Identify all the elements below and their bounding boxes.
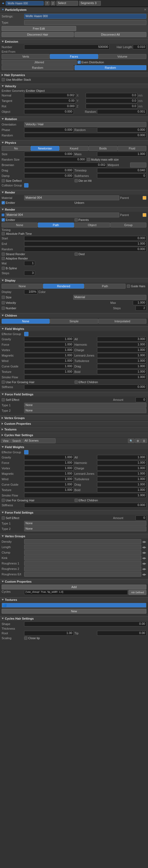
newtonian-tab[interactable]: Newtonian bbox=[31, 146, 59, 151]
display-header[interactable]: Display bbox=[0, 278, 148, 283]
self-effect2-check[interactable] bbox=[2, 516, 5, 520]
rotation-header[interactable]: Rotation bbox=[0, 117, 148, 121]
btn-2[interactable]: 2 bbox=[51, 1, 56, 5]
brownian-field[interactable]: 0.002 bbox=[24, 162, 107, 167]
steps-disp-field[interactable]: 2 bbox=[136, 306, 146, 311]
drag-fw-field[interactable]: 1.000 bbox=[97, 364, 147, 369]
new-texture-btn[interactable]: New bbox=[2, 609, 146, 614]
drag2-field[interactable]: 1.000 bbox=[97, 482, 147, 487]
render2-header[interactable]: Render bbox=[0, 207, 148, 212]
force-fw-field[interactable]: 1.000 bbox=[24, 342, 74, 347]
force2-field[interactable]: 1.000 bbox=[24, 460, 74, 465]
tb-btn3[interactable]: ☰ bbox=[141, 439, 147, 443]
wind-fw-field[interactable]: 1.000 bbox=[24, 359, 74, 363]
size-field[interactable]: 0.000 bbox=[24, 152, 74, 157]
strand-check[interactable] bbox=[2, 252, 5, 256]
stiffness2-field[interactable]: 0.000 bbox=[24, 503, 146, 508]
lennard2-field[interactable]: 1.000 bbox=[97, 471, 147, 476]
material-r-select[interactable]: Material 004 bbox=[24, 195, 119, 200]
abs-path-check[interactable] bbox=[2, 232, 5, 235]
effect-children2-check[interactable] bbox=[75, 499, 78, 502]
number-disp-check[interactable] bbox=[2, 307, 5, 310]
emitter-r2-check[interactable]: ✓ bbox=[2, 218, 5, 221]
all2-field[interactable]: 1.000 bbox=[97, 455, 147, 460]
lennard-fw-field[interactable]: 1.000 bbox=[97, 353, 147, 358]
charge2-field[interactable]: 1.000 bbox=[97, 466, 147, 471]
curve-guide-fw-field[interactable]: 1.000 bbox=[24, 364, 74, 369]
cycles2-header[interactable]: Cycles Hair Settings bbox=[0, 616, 148, 621]
type-select[interactable] bbox=[24, 20, 146, 25]
number-field[interactable]: 500000 bbox=[24, 44, 110, 50]
search-btn[interactable]: Search bbox=[11, 439, 23, 443]
even-dist-check[interactable]: ✓ bbox=[77, 61, 81, 64]
emission-header[interactable]: Emission bbox=[0, 39, 148, 44]
hair-length-field[interactable]: 0.010 bbox=[133, 44, 146, 50]
vg2-header[interactable]: Vertex Groups bbox=[0, 534, 148, 538]
mat-r2-select[interactable]: Material 004 bbox=[5, 213, 119, 217]
use-growing2-check[interactable] bbox=[2, 499, 5, 502]
use-growing-check[interactable] bbox=[2, 380, 5, 384]
shape-field[interactable]: 0.00 bbox=[24, 621, 146, 626]
cycles-header[interactable]: Cycles Hair Settings bbox=[0, 433, 148, 437]
size-deflect-check[interactable] bbox=[2, 179, 5, 182]
self-effect-check[interactable] bbox=[2, 398, 5, 401]
die-hit-check[interactable] bbox=[75, 179, 78, 182]
all-scenes-select[interactable]: All Scenes bbox=[23, 438, 56, 443]
rand-phase-field[interactable]: 0.000 bbox=[97, 127, 147, 132]
no-tab[interactable]: No bbox=[2, 146, 30, 151]
ff-header[interactable]: Force Field Settings bbox=[0, 392, 148, 397]
root-field[interactable]: 1.00 bbox=[24, 631, 74, 636]
path-r2-tab[interactable]: Path bbox=[38, 223, 74, 227]
tex-header[interactable]: Textures bbox=[0, 427, 148, 432]
color-select[interactable]: Material bbox=[73, 295, 147, 300]
hair-dynamics-header[interactable]: Hair Dynamics bbox=[0, 72, 148, 77]
free-edit-btn[interactable]: Free Edit bbox=[2, 26, 76, 31]
jittered-tab[interactable]: Jittered bbox=[2, 60, 77, 65]
effector-group-check[interactable] bbox=[24, 332, 29, 336]
vortex-fw-field[interactable]: 1.000 bbox=[24, 348, 74, 352]
amount2-field[interactable]: 0 bbox=[136, 516, 146, 520]
none-r2-tab[interactable]: None bbox=[2, 223, 38, 227]
volume-tab[interactable]: Volume bbox=[99, 54, 146, 59]
cp2-header[interactable]: Custom Properties bbox=[0, 579, 148, 584]
object-field[interactable]: 0.000 bbox=[24, 109, 74, 114]
guide-hairs-check[interactable] bbox=[127, 284, 130, 288]
velocity-header[interactable]: Velocity bbox=[0, 84, 148, 88]
ff2-header[interactable]: Force Field Settings bbox=[0, 510, 148, 515]
boid2-field[interactable]: 1.000 bbox=[97, 488, 147, 492]
random-vel-field[interactable]: 0.001 bbox=[97, 109, 147, 114]
normal-field[interactable]: 0.002 bbox=[24, 93, 76, 98]
type2-select[interactable]: None bbox=[24, 408, 146, 413]
subframes-field[interactable]: 0 bbox=[97, 174, 147, 178]
faces-tab[interactable]: Faces bbox=[50, 54, 98, 59]
none-disp-tab[interactable]: None bbox=[2, 284, 43, 289]
bspline-check[interactable] bbox=[2, 267, 5, 270]
smoke-flow-fw-field[interactable]: 1.000 bbox=[24, 375, 146, 380]
random-tab[interactable]: Random bbox=[2, 65, 74, 70]
view-btn[interactable]: View bbox=[1, 439, 10, 443]
close-tip-check[interactable] bbox=[24, 637, 27, 640]
random-active-tab[interactable]: Random bbox=[75, 65, 147, 70]
rand-size-field[interactable]: 0.000 bbox=[24, 157, 86, 162]
object-r2-tab[interactable]: Object bbox=[74, 223, 110, 227]
amount-fw-field[interactable]: 0 bbox=[136, 397, 146, 402]
magnetic-fw-field[interactable]: 1.000 bbox=[24, 353, 74, 358]
density-select[interactable] bbox=[24, 539, 141, 544]
rand-rot-field[interactable]: 0.000 bbox=[24, 133, 146, 138]
simple-tab[interactable]: Simple bbox=[50, 319, 98, 324]
segments-dropdown[interactable]: Segments 3 bbox=[79, 1, 101, 6]
size-disp-check[interactable] bbox=[2, 296, 5, 299]
path-disp-tab[interactable]: Path bbox=[84, 284, 125, 289]
rot-field[interactable]: 0.000 bbox=[24, 104, 76, 109]
fw2-header[interactable]: Field Weights bbox=[0, 444, 148, 449]
group-r2-tab[interactable]: Group bbox=[110, 223, 146, 227]
rendered-tab[interactable]: Rendered bbox=[43, 284, 84, 289]
timestep-field[interactable]: 0.040 bbox=[97, 168, 147, 173]
emitter-r-check[interactable]: ✓ bbox=[2, 201, 5, 204]
roughness1-select[interactable] bbox=[24, 561, 141, 566]
velocity-disp-check[interactable] bbox=[2, 301, 5, 304]
roughness-e-select[interactable] bbox=[24, 572, 141, 577]
tip-field[interactable]: 0.00 bbox=[97, 631, 147, 636]
add-btn[interactable]: Add bbox=[2, 585, 146, 589]
steps-r2-field[interactable]: 3 bbox=[24, 271, 35, 276]
